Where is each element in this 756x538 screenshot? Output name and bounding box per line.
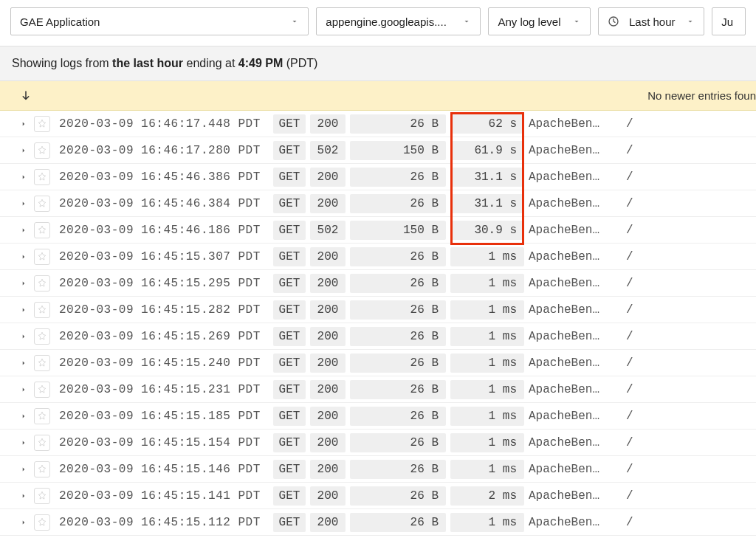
http-status: 200 <box>310 247 346 266</box>
log-row[interactable]: 2020-03-09 16:45:15.269 PDTGET20026 B1 m… <box>0 323 756 350</box>
http-status: 200 <box>310 380 346 399</box>
severity-icon[interactable] <box>34 196 50 212</box>
summary-range: the last hour <box>112 57 183 69</box>
expand-icon[interactable] <box>16 466 31 473</box>
timestamp: 2020-03-09 16:45:15.240 PDT <box>59 356 273 370</box>
expand-icon[interactable] <box>16 280 31 287</box>
response-size: 26 B <box>350 274 446 293</box>
http-status: 200 <box>310 513 346 532</box>
expand-icon[interactable] <box>16 306 31 314</box>
jump-dropdown[interactable]: Ju <box>712 7 746 35</box>
request-path: / <box>614 144 633 157</box>
timestamp: 2020-03-09 16:45:15.231 PDT <box>59 383 273 396</box>
timestamp: 2020-03-09 16:45:15.269 PDT <box>59 330 273 343</box>
severity-icon[interactable] <box>34 408 50 424</box>
expand-icon[interactable] <box>16 413 31 420</box>
logname-dropdown[interactable]: appengine.googleapis.... <box>316 7 481 35</box>
latency: 30.9 s <box>450 221 524 240</box>
severity-icon[interactable] <box>34 435 50 451</box>
http-method: GET <box>273 327 306 346</box>
severity-icon[interactable] <box>34 488 50 504</box>
chevron-down-icon <box>462 17 471 26</box>
timestamp: 2020-03-09 16:45:46.384 PDT <box>59 197 273 210</box>
severity-icon[interactable] <box>34 514 50 531</box>
user-agent: ApacheBen… <box>529 410 614 423</box>
severity-icon[interactable] <box>34 249 50 265</box>
severity-icon[interactable] <box>34 142 50 159</box>
log-row[interactable]: 2020-03-09 16:45:15.154 PDTGET20026 B1 m… <box>0 430 756 456</box>
user-agent: ApacheBen… <box>529 383 614 396</box>
arrow-down-icon <box>19 89 32 103</box>
timerange-dropdown-label: Last hour <box>629 15 676 28</box>
user-agent: ApacheBen… <box>529 224 614 237</box>
severity-icon[interactable] <box>34 355 50 371</box>
http-method: GET <box>273 407 306 426</box>
newer-entries-banner[interactable]: No newer entries foun <box>0 81 756 111</box>
timerange-dropdown[interactable]: Last hour <box>598 7 704 35</box>
log-row[interactable]: 2020-03-09 16:46:17.280 PDTGET502150 B61… <box>0 137 756 164</box>
log-row[interactable]: 2020-03-09 16:45:15.240 PDTGET20026 B1 m… <box>0 350 756 376</box>
clock-icon <box>608 15 619 27</box>
log-row[interactable]: 2020-03-09 16:45:15.295 PDTGET20026 B1 m… <box>0 270 756 297</box>
filter-bar: GAE Application appengine.googleapis....… <box>0 0 756 46</box>
response-size: 26 B <box>350 247 446 266</box>
log-row[interactable]: 2020-03-09 16:45:15.146 PDTGET20026 B1 m… <box>0 456 756 483</box>
expand-icon[interactable] <box>16 253 31 261</box>
log-row[interactable]: 2020-03-09 16:45:46.384 PDTGET20026 B31.… <box>0 190 756 217</box>
timestamp: 2020-03-09 16:45:46.386 PDT <box>59 170 273 184</box>
response-size: 26 B <box>350 327 446 346</box>
response-size: 26 B <box>350 460 446 479</box>
expand-icon[interactable] <box>16 200 31 207</box>
latency: 2 ms <box>450 486 524 506</box>
severity-icon[interactable] <box>34 169 50 185</box>
severity-icon[interactable] <box>34 328 50 345</box>
expand-icon[interactable] <box>16 333 31 340</box>
latency: 1 ms <box>450 407 524 426</box>
log-row[interactable]: 2020-03-09 16:45:15.282 PDTGET20026 B1 m… <box>0 297 756 323</box>
response-size: 150 B <box>350 221 446 240</box>
expand-icon[interactable] <box>16 227 31 234</box>
severity-dropdown[interactable]: Any log level <box>488 7 591 35</box>
timestamp: 2020-03-09 16:45:15.185 PDT <box>59 410 273 423</box>
severity-icon[interactable] <box>34 382 50 398</box>
summary-middle: ending at <box>183 57 238 69</box>
request-path: / <box>614 383 633 396</box>
timestamp: 2020-03-09 16:46:17.280 PDT <box>59 144 273 157</box>
severity-icon[interactable] <box>34 116 50 132</box>
request-path: / <box>614 436 633 449</box>
expand-icon[interactable] <box>16 519 31 526</box>
log-row[interactable]: 2020-03-09 16:46:17.448 PDTGET20026 B62 … <box>0 111 756 137</box>
latency: 1 ms <box>450 327 524 346</box>
log-row[interactable]: 2020-03-09 16:45:15.112 PDTGET20026 B1 m… <box>0 509 756 536</box>
expand-icon[interactable] <box>16 386 31 393</box>
resource-dropdown[interactable]: GAE Application <box>10 7 309 35</box>
user-agent: ApacheBen… <box>529 277 614 290</box>
latency: 1 ms <box>450 460 524 479</box>
log-row[interactable]: 2020-03-09 16:45:15.231 PDTGET20026 B1 m… <box>0 376 756 403</box>
user-agent: ApacheBen… <box>529 463 614 476</box>
request-path: / <box>614 463 633 476</box>
http-status: 502 <box>310 221 346 240</box>
expand-icon[interactable] <box>16 173 31 181</box>
log-row[interactable]: 2020-03-09 16:45:46.186 PDTGET502150 B30… <box>0 217 756 244</box>
log-row[interactable]: 2020-03-09 16:45:15.307 PDTGET20026 B1 m… <box>0 244 756 270</box>
expand-icon[interactable] <box>16 439 31 446</box>
severity-icon[interactable] <box>34 275 50 292</box>
severity-icon[interactable] <box>34 461 50 477</box>
request-path: / <box>614 277 633 290</box>
expand-icon[interactable] <box>16 147 31 154</box>
request-path: / <box>614 224 633 237</box>
expand-icon[interactable] <box>16 120 31 128</box>
log-row[interactable]: 2020-03-09 16:45:15.185 PDTGET20026 B1 m… <box>0 403 756 430</box>
timestamp: 2020-03-09 16:45:15.112 PDT <box>59 516 273 529</box>
log-row[interactable]: 2020-03-09 16:45:15.141 PDTGET20026 B2 m… <box>0 483 756 509</box>
severity-icon[interactable] <box>34 222 50 238</box>
expand-icon[interactable] <box>16 492 31 500</box>
log-row[interactable]: 2020-03-09 16:45:46.386 PDTGET20026 B31.… <box>0 164 756 190</box>
severity-icon[interactable] <box>34 302 50 318</box>
severity-dropdown-label: Any log level <box>498 15 560 28</box>
user-agent: ApacheBen… <box>529 170 614 184</box>
latency: 1 ms <box>450 247 524 266</box>
timestamp: 2020-03-09 16:45:15.154 PDT <box>59 436 273 449</box>
expand-icon[interactable] <box>16 359 31 367</box>
